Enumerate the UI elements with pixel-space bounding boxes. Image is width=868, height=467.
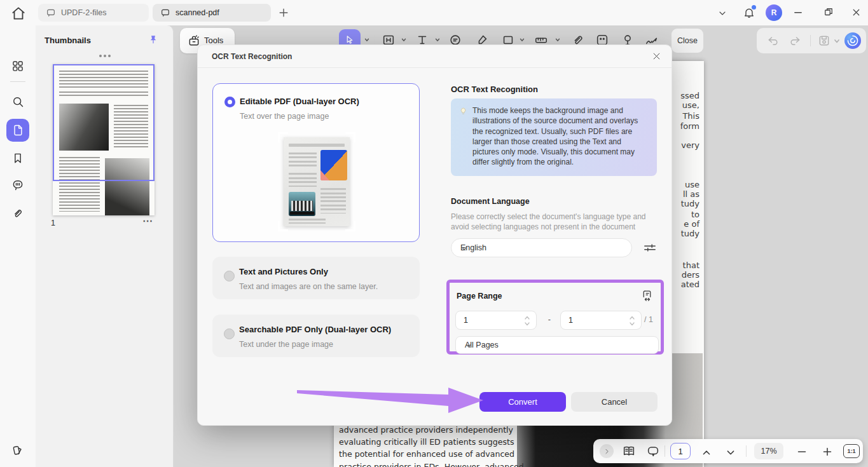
save-icon[interactable] (818, 34, 830, 47)
comment-icon[interactable] (11, 179, 24, 191)
minimize-icon[interactable] (792, 6, 804, 18)
option-title: Searchable PDF Only (Dual-layer OCR) (239, 325, 391, 334)
new-tab-icon[interactable] (277, 6, 290, 19)
zoom-level[interactable]: 17% (754, 443, 783, 459)
dialog-title: OCR Text Recognition (212, 52, 292, 61)
option-searchable-pdf[interactable]: Searchable PDF Only (Dual-layer OCR) Tex… (212, 315, 420, 357)
chevron-down-icon[interactable] (833, 37, 841, 50)
tab-file-icon (160, 8, 170, 18)
document-line: practice providers in EDs. However, adva… (339, 462, 504, 467)
tab-scanned-pdf[interactable]: scanned-pdf (153, 4, 271, 22)
chevron-down-icon (465, 342, 472, 349)
illustration-page (284, 137, 350, 226)
option-subtitle: Text and images are on the same layer. (239, 282, 378, 291)
radio-selected[interactable] (224, 97, 235, 107)
dialog-close-icon[interactable] (652, 51, 661, 61)
chevron-down-icon[interactable] (519, 37, 525, 43)
all-pages-select[interactable]: All Pages (455, 336, 659, 354)
option-subtitle: Text under the page image (239, 340, 333, 349)
pin-icon[interactable] (148, 34, 159, 47)
tab-updf-2-files[interactable]: UPDF-2-files (38, 4, 149, 22)
book-view-icon[interactable] (622, 444, 636, 458)
viewport-indicator[interactable] (53, 64, 155, 181)
chevron-down-icon[interactable] (364, 37, 370, 43)
page-number-label: 1 (51, 219, 55, 227)
dialog-header: OCR Text Recognition (198, 45, 672, 68)
page-up-icon[interactable] (699, 445, 713, 459)
page-to-input[interactable] (568, 311, 619, 329)
expand-icon[interactable] (600, 444, 614, 458)
title-bar: UPDF-2-files scanned-pdf R (0, 0, 868, 25)
home-icon[interactable] (10, 5, 27, 20)
page-range-icon[interactable] (640, 289, 654, 302)
more-menu-icon[interactable]: ⋯ (142, 215, 153, 227)
page-number-input[interactable]: 1 (670, 443, 691, 459)
attachment-icon[interactable] (11, 207, 24, 220)
text-fragment: e of (684, 219, 699, 229)
chevron-down-icon[interactable] (434, 37, 441, 43)
sidebar-item-thumbnails[interactable] (6, 119, 29, 142)
radio-unselected[interactable] (224, 328, 235, 339)
bookmark-icon[interactable] (11, 152, 24, 165)
theme-icon[interactable] (11, 443, 24, 456)
zoom-in-icon[interactable] (820, 445, 834, 459)
ai-assistant-icon[interactable] (844, 32, 861, 49)
page-from-field[interactable] (455, 311, 537, 330)
maximize-icon[interactable] (823, 6, 834, 18)
close-window-icon[interactable] (851, 7, 862, 18)
grid-icon[interactable] (11, 60, 24, 72)
document-line: evaluating critically ill ED patients su… (339, 437, 504, 449)
page-thumbnail[interactable] (53, 64, 155, 215)
document-paragraph: advanced practice providers independentl… (339, 425, 504, 467)
avatar[interactable]: R (766, 4, 782, 21)
quick-actions-bar (757, 28, 866, 53)
search-icon[interactable] (11, 95, 24, 108)
option-text-pictures-only[interactable]: Text and Pictures Only Text and images a… (212, 257, 420, 299)
chevron-down-icon[interactable] (401, 37, 407, 43)
tab-label: scanned-pdf (176, 8, 219, 17)
zoom-out-icon[interactable] (795, 445, 809, 459)
page-from-input[interactable] (464, 311, 514, 329)
page-down-icon[interactable] (724, 445, 738, 459)
language-hint: Please correctly select the document's l… (451, 212, 657, 232)
rail-divider (10, 81, 25, 82)
cancel-button[interactable]: Cancel (571, 392, 658, 412)
page-to-field[interactable] (560, 311, 642, 330)
left-icon-rail (0, 25, 36, 467)
info-text: This mode keeps the background image and… (472, 105, 649, 168)
document-line: the potential for enhanced use of advanc… (339, 449, 504, 461)
radio-unselected[interactable] (224, 271, 235, 281)
tab-file-icon (46, 8, 56, 18)
text-fragment: ated (681, 280, 699, 289)
close-toolbar-button[interactable]: Close (672, 29, 703, 53)
language-settings-icon[interactable] (643, 241, 657, 255)
stepper-icons[interactable] (524, 314, 530, 328)
text-fragment: very (681, 140, 699, 150)
presenter-icon[interactable] (646, 444, 660, 458)
chevron-down-icon[interactable] (555, 37, 561, 43)
illustration-image (289, 192, 315, 216)
actual-size-icon[interactable]: 1:1 (843, 444, 860, 458)
text-fragment: to (691, 210, 699, 219)
drag-handle-icon[interactable] (99, 55, 102, 57)
language-select[interactable]: English (451, 238, 632, 257)
option-editable-pdf[interactable]: Editable PDF (Dual-layer OCR) Text over … (212, 83, 420, 242)
tools-label: Tools (204, 36, 223, 45)
undo-icon[interactable] (767, 34, 780, 47)
statusbar-divider (665, 445, 665, 457)
statusbar-divider (746, 445, 747, 457)
chevron-down-icon[interactable] (717, 8, 727, 18)
convert-button[interactable]: Convert (479, 392, 566, 412)
notification-bell-icon[interactable] (743, 6, 755, 19)
total-pages-label: / 1 (644, 315, 653, 324)
chevron-down-icon (460, 245, 468, 252)
quickbar-divider (810, 35, 811, 46)
document-line: advanced practice providers independentl… (339, 425, 504, 437)
stepper-icons[interactable] (629, 314, 635, 328)
redo-icon[interactable] (789, 34, 801, 47)
range-separator: - (545, 315, 554, 324)
info-box: This mode keeps the background image and… (451, 98, 657, 176)
option-subtitle: Text over the page image (240, 112, 329, 121)
text-fragment: use, (682, 100, 699, 110)
text-fragment: tudy (681, 199, 699, 208)
